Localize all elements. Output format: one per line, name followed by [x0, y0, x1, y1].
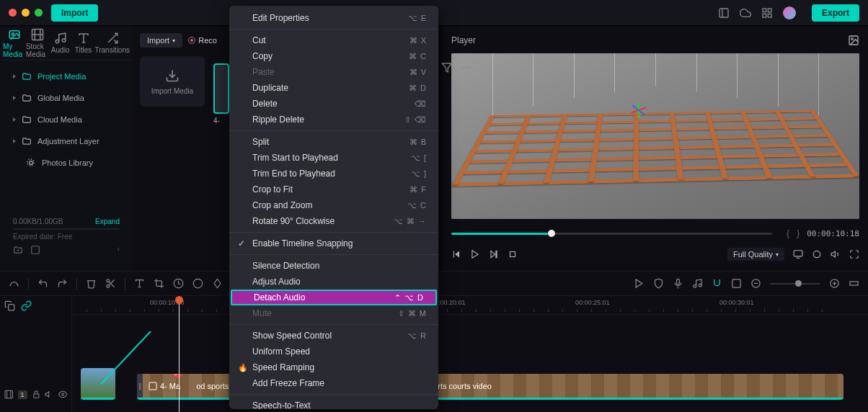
- menu-speech-to-text[interactable]: Speech-to-Text: [229, 398, 438, 409]
- menu-copy[interactable]: Copy⌘ C: [229, 48, 438, 64]
- stop-icon[interactable]: [508, 249, 518, 259]
- shield-icon[interactable]: [653, 278, 664, 289]
- menu-enable-timeline-snapping[interactable]: Enable Timeline Snapping: [229, 236, 438, 251]
- zoom-in-icon[interactable]: [829, 278, 840, 289]
- menu-detach-audio[interactable]: Detach Audio⌃ ⌥ D: [231, 290, 437, 305]
- menu-rotate-90-clockwise[interactable]: Rotate 90° Clockwise⌥ ⌘ →: [229, 213, 438, 229]
- selected-clip-tile[interactable]: [213, 63, 229, 114]
- preview-progress[interactable]: [451, 233, 772, 235]
- track-gutter: 1: [0, 296, 72, 412]
- cloud-icon[interactable]: [740, 7, 751, 19]
- magnet-icon[interactable]: [712, 278, 722, 289]
- menu-silence-detection[interactable]: Silence Detection: [229, 258, 438, 274]
- grid-icon[interactable]: [761, 7, 773, 19]
- zoom-out-icon[interactable]: [750, 278, 761, 289]
- record-button[interactable]: Reco: [188, 33, 217, 48]
- snapshot-icon[interactable]: [848, 35, 859, 46]
- menu-crop-to-fit[interactable]: Crop to Fit⌘ F: [229, 182, 438, 197]
- keyframe-icon[interactable]: [212, 278, 223, 289]
- play-icon[interactable]: [470, 249, 480, 259]
- link-icon[interactable]: [731, 278, 742, 289]
- text-icon[interactable]: [134, 278, 145, 289]
- color-icon[interactable]: [192, 278, 203, 289]
- time-ruler[interactable]: 00:00:10:0000:00:20:0100:00:25:0100:00:3…: [72, 296, 868, 315]
- prev-frame-icon[interactable]: [451, 249, 461, 259]
- menu-add-freeze-frame[interactable]: Add Freeze Frame: [229, 375, 438, 391]
- speed-icon[interactable]: [173, 278, 184, 289]
- trash-icon[interactable]: [86, 278, 97, 289]
- tab-my-media[interactable]: My Media: [3, 26, 26, 61]
- preview-panel: Player { } 00:00:10:18 Full Quality▾: [443, 26, 868, 271]
- record-icon[interactable]: [812, 249, 822, 259]
- menu-show-speed-control[interactable]: Show Speed Control⌥ R: [229, 328, 438, 344]
- thumb-clip[interactable]: [81, 368, 115, 400]
- playhead[interactable]: [179, 296, 180, 412]
- music-icon[interactable]: [692, 278, 703, 289]
- maximize-window[interactable]: [35, 9, 43, 17]
- attach-icon[interactable]: [21, 300, 32, 311]
- import-media-tile[interactable]: Import Media: [140, 56, 205, 107]
- sidebar-item-project-media[interactable]: Project Media: [7, 66, 125, 86]
- tab-transitions[interactable]: Transitions: [94, 26, 130, 61]
- expand-storage[interactable]: Expand: [95, 218, 120, 225]
- chevron-left-icon[interactable]: ‹: [118, 245, 120, 255]
- menu-uniform-speed[interactable]: Uniform Speed: [229, 344, 438, 359]
- preview-viewport[interactable]: [451, 53, 859, 219]
- cut-icon[interactable]: [105, 278, 116, 289]
- mute-icon[interactable]: [45, 390, 54, 399]
- tab-stock-media[interactable]: Stock Media: [26, 26, 49, 61]
- export-button[interactable]: Export: [812, 4, 859, 22]
- next-frame-icon[interactable]: [489, 249, 499, 259]
- undo-icon[interactable]: [37, 278, 48, 289]
- menu-adjust-audio[interactable]: Adjust Audio: [229, 274, 438, 290]
- minimize-window[interactable]: [22, 9, 30, 17]
- clip-handle-left[interactable]: ‖: [137, 374, 143, 398]
- more-icon[interactable]: [460, 62, 471, 73]
- tracks-area[interactable]: 00:00:10:0000:00:20:0100:00:25:0100:00:3…: [72, 296, 868, 412]
- layout-icon[interactable]: [718, 7, 730, 19]
- curve-icon[interactable]: [9, 278, 19, 289]
- filter-icon[interactable]: [441, 62, 453, 73]
- menu-trim-end-to-playhead[interactable]: Trim End to Playhead⌥ ]: [229, 166, 438, 182]
- volume-icon[interactable]: [831, 249, 841, 259]
- fullscreen-icon[interactable]: [849, 249, 859, 259]
- svg-rect-62: [5, 390, 12, 398]
- import-dropdown[interactable]: Import ▾: [140, 33, 182, 48]
- marker-in[interactable]: {: [787, 228, 789, 238]
- sidebar-item-photos-library[interactable]: Photos Library: [7, 153, 125, 173]
- svg-rect-20: [32, 246, 40, 254]
- marker-out[interactable]: }: [797, 228, 800, 238]
- menu-edit-properties[interactable]: Edit Properties⌥ E: [229, 10, 438, 26]
- sidebar-item-adjustment-layer[interactable]: Adjustment Layer: [7, 131, 125, 151]
- redo-icon[interactable]: [57, 278, 68, 289]
- tab-audio[interactable]: Audio: [49, 26, 72, 61]
- crop-icon[interactable]: [154, 278, 164, 289]
- close-window[interactable]: [9, 9, 17, 17]
- display-icon[interactable]: [793, 249, 803, 259]
- media-tabs: My MediaStock MediaAudioTitlesTransition…: [0, 26, 133, 61]
- menu-ripple-delete[interactable]: Ripple Delete⇧ ⌫: [229, 112, 438, 127]
- menu-trim-start-to-playhead[interactable]: Trim Start to Playhead⌥ [: [229, 150, 438, 166]
- copy-icon[interactable]: [4, 300, 15, 311]
- sidebar-item-global-media[interactable]: Global Media: [7, 88, 125, 108]
- new-bin-icon[interactable]: [30, 245, 40, 255]
- lock-icon[interactable]: [32, 390, 41, 399]
- menu-delete[interactable]: Delete⌫: [229, 96, 438, 112]
- menu-duplicate[interactable]: Duplicate⌘ D: [229, 80, 438, 96]
- svg-rect-3: [763, 14, 766, 17]
- import-button[interactable]: Import: [51, 4, 98, 22]
- zoom-fit-icon[interactable]: [849, 278, 859, 289]
- new-folder-icon[interactable]: [13, 245, 23, 255]
- tl-play-icon[interactable]: [634, 278, 645, 289]
- menu-cut[interactable]: Cut⌘ X: [229, 32, 438, 48]
- zoom-slider[interactable]: [770, 283, 820, 285]
- mic-icon[interactable]: [673, 278, 683, 289]
- avatar[interactable]: [783, 6, 796, 19]
- menu-speed-ramping[interactable]: Speed Ramping: [229, 359, 438, 375]
- eye-icon[interactable]: [58, 390, 68, 399]
- menu-split[interactable]: Split⌘ B: [229, 134, 438, 150]
- tab-titles[interactable]: Titles: [72, 26, 95, 61]
- sidebar-item-cloud-media[interactable]: Cloud Media: [7, 109, 125, 130]
- menu-crop-and-zoom[interactable]: Crop and Zoom⌥ C: [229, 197, 438, 213]
- quality-dropdown[interactable]: Full Quality▾: [727, 248, 784, 261]
